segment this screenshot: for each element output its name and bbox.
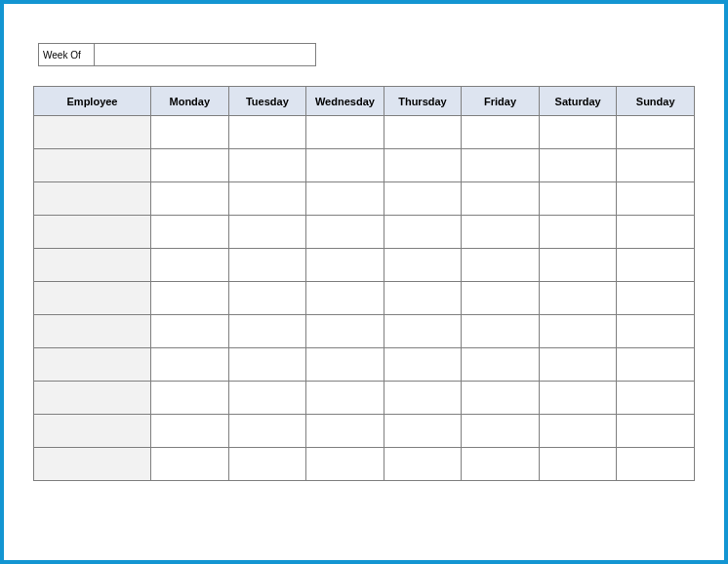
- day-cell[interactable]: [384, 382, 462, 415]
- day-cell[interactable]: [228, 415, 306, 448]
- employee-cell[interactable]: [34, 216, 151, 249]
- day-cell[interactable]: [151, 249, 229, 282]
- day-cell[interactable]: [462, 149, 540, 182]
- table-row: [34, 149, 695, 182]
- day-cell[interactable]: [539, 415, 617, 448]
- day-cell[interactable]: [539, 448, 617, 481]
- day-cell[interactable]: [617, 249, 695, 282]
- employee-cell[interactable]: [34, 348, 151, 382]
- day-cell[interactable]: [617, 348, 695, 382]
- day-cell[interactable]: [539, 315, 617, 348]
- day-cell[interactable]: [539, 149, 617, 182]
- day-cell[interactable]: [384, 249, 462, 282]
- employee-cell[interactable]: [34, 149, 151, 182]
- day-cell[interactable]: [306, 382, 384, 415]
- day-cell[interactable]: [306, 282, 384, 315]
- day-cell[interactable]: [384, 348, 462, 382]
- day-cell[interactable]: [384, 182, 462, 216]
- day-cell[interactable]: [462, 315, 540, 348]
- day-cell[interactable]: [462, 448, 540, 481]
- day-cell[interactable]: [306, 149, 384, 182]
- day-cell[interactable]: [617, 149, 695, 182]
- day-cell[interactable]: [384, 448, 462, 481]
- day-cell[interactable]: [462, 348, 540, 382]
- employee-cell[interactable]: [34, 116, 151, 149]
- day-cell[interactable]: [228, 382, 306, 415]
- employee-cell[interactable]: [34, 448, 151, 481]
- day-cell[interactable]: [151, 348, 229, 382]
- employee-cell[interactable]: [34, 315, 151, 348]
- schedule-table: Employee Monday Tuesday Wednesday Thursd…: [33, 86, 695, 481]
- day-cell[interactable]: [539, 116, 617, 149]
- day-cell[interactable]: [151, 382, 229, 415]
- day-cell[interactable]: [617, 415, 695, 448]
- table-row: [34, 182, 695, 216]
- table-row: [34, 315, 695, 348]
- day-cell[interactable]: [462, 182, 540, 216]
- day-cell[interactable]: [462, 282, 540, 315]
- day-cell[interactable]: [384, 315, 462, 348]
- day-cell[interactable]: [151, 149, 229, 182]
- day-cell[interactable]: [539, 382, 617, 415]
- day-cell[interactable]: [617, 282, 695, 315]
- day-cell[interactable]: [539, 348, 617, 382]
- day-cell[interactable]: [151, 315, 229, 348]
- day-cell[interactable]: [151, 216, 229, 249]
- day-cell[interactable]: [384, 415, 462, 448]
- day-cell[interactable]: [617, 315, 695, 348]
- employee-cell[interactable]: [34, 282, 151, 315]
- table-row: [34, 116, 695, 149]
- day-cell[interactable]: [462, 216, 540, 249]
- day-cell[interactable]: [228, 348, 306, 382]
- day-cell[interactable]: [539, 216, 617, 249]
- day-cell[interactable]: [384, 116, 462, 149]
- day-cell[interactable]: [617, 448, 695, 481]
- day-cell[interactable]: [306, 415, 384, 448]
- day-cell[interactable]: [306, 249, 384, 282]
- day-cell[interactable]: [228, 448, 306, 481]
- table-row: [34, 249, 695, 282]
- day-cell[interactable]: [228, 149, 306, 182]
- day-cell[interactable]: [306, 348, 384, 382]
- table-row: [34, 382, 695, 415]
- day-cell[interactable]: [617, 216, 695, 249]
- day-cell[interactable]: [539, 249, 617, 282]
- day-cell[interactable]: [228, 116, 306, 149]
- day-cell[interactable]: [617, 182, 695, 216]
- day-cell[interactable]: [462, 116, 540, 149]
- day-cell[interactable]: [151, 415, 229, 448]
- day-cell[interactable]: [306, 116, 384, 149]
- day-cell[interactable]: [462, 249, 540, 282]
- day-cell[interactable]: [228, 315, 306, 348]
- day-cell[interactable]: [539, 182, 617, 216]
- day-cell[interactable]: [306, 448, 384, 481]
- day-cell[interactable]: [151, 448, 229, 481]
- day-cell[interactable]: [228, 282, 306, 315]
- day-cell[interactable]: [228, 249, 306, 282]
- employee-cell[interactable]: [34, 249, 151, 282]
- employee-cell[interactable]: [34, 415, 151, 448]
- day-cell[interactable]: [384, 149, 462, 182]
- day-cell[interactable]: [462, 415, 540, 448]
- table-row: [34, 216, 695, 249]
- employee-cell[interactable]: [34, 382, 151, 415]
- day-cell[interactable]: [306, 182, 384, 216]
- week-of-value[interactable]: [95, 44, 315, 65]
- day-cell[interactable]: [306, 315, 384, 348]
- day-cell[interactable]: [384, 216, 462, 249]
- day-cell[interactable]: [617, 382, 695, 415]
- day-cell[interactable]: [151, 116, 229, 149]
- day-cell[interactable]: [539, 282, 617, 315]
- day-cell[interactable]: [617, 116, 695, 149]
- day-cell[interactable]: [462, 382, 540, 415]
- day-cell[interactable]: [384, 282, 462, 315]
- day-cell[interactable]: [228, 182, 306, 216]
- header-monday: Monday: [151, 87, 229, 116]
- day-cell[interactable]: [228, 216, 306, 249]
- table-row: [34, 448, 695, 481]
- day-cell[interactable]: [151, 282, 229, 315]
- employee-cell[interactable]: [34, 182, 151, 216]
- day-cell[interactable]: [306, 216, 384, 249]
- day-cell[interactable]: [151, 182, 229, 216]
- table-header-row: Employee Monday Tuesday Wednesday Thursd…: [34, 87, 695, 116]
